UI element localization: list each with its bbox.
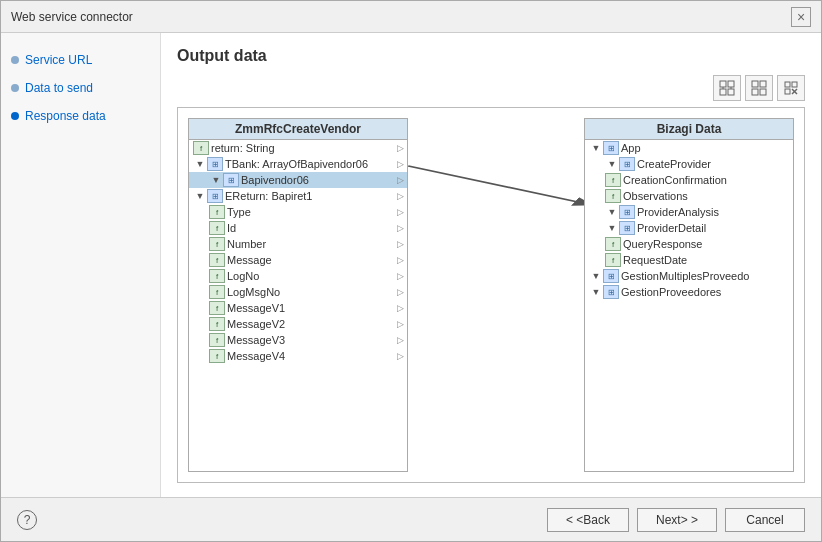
toolbar-btn-3[interactable] bbox=[777, 75, 805, 101]
expand-arrow: ▷ bbox=[397, 191, 407, 201]
field-icon: f bbox=[209, 333, 225, 347]
item-label: Number bbox=[227, 238, 266, 250]
tree-row[interactable]: ▼ ⊞ EReturn: Bapiret1 ▷ bbox=[189, 188, 407, 204]
sidebar-dot bbox=[11, 84, 19, 92]
title-bar: Web service connector × bbox=[1, 1, 821, 33]
expand-arrow: ▷ bbox=[397, 335, 407, 345]
toolbar-btn-2[interactable] bbox=[745, 75, 773, 101]
expand-arrow: ▷ bbox=[397, 159, 407, 169]
tree-row[interactable]: f Number ▷ bbox=[189, 236, 407, 252]
field-icon: f bbox=[209, 205, 225, 219]
svg-rect-2 bbox=[720, 89, 726, 95]
tree-row[interactable]: ▼ ⊞ GestionMultiplesProveedo bbox=[585, 268, 793, 284]
tree-row[interactable]: ▼ ⊞ ProviderAnalysis bbox=[585, 204, 793, 220]
field-icon: f bbox=[605, 237, 621, 251]
sidebar: Service URL Data to send Response data bbox=[1, 33, 161, 497]
svg-line-15 bbox=[408, 166, 584, 203]
field-icon: f bbox=[193, 141, 209, 155]
tree-row[interactable]: ▼ ⊞ CreateProvider bbox=[585, 156, 793, 172]
tree-row[interactable]: ▼ ⊞ GestionProveedores bbox=[585, 284, 793, 300]
field-icon: f bbox=[605, 253, 621, 267]
window-title: Web service connector bbox=[11, 10, 133, 24]
right-tree-panel: Bizagi Data ▼ ⊞ App ▼ ⊞ CreateProvider bbox=[584, 118, 794, 472]
svg-rect-12 bbox=[785, 89, 790, 94]
entity-icon: ⊞ bbox=[603, 285, 619, 299]
svg-rect-1 bbox=[728, 81, 734, 87]
field-icon: f bbox=[209, 349, 225, 363]
svg-rect-8 bbox=[752, 89, 758, 95]
toolbar-btn-1[interactable] bbox=[713, 75, 741, 101]
item-label: Observations bbox=[623, 190, 688, 202]
tree-row[interactable]: ▼ ⊞ TBank: ArrayOfBapivendor06 ▷ bbox=[189, 156, 407, 172]
expand-icon: ▼ bbox=[605, 205, 619, 219]
back-button[interactable]: < <Back bbox=[547, 508, 629, 532]
tree-row[interactable]: f LogMsgNo ▷ bbox=[189, 284, 407, 300]
tree-row[interactable]: f MessageV3 ▷ bbox=[189, 332, 407, 348]
field-icon: f bbox=[605, 173, 621, 187]
field-icon: f bbox=[209, 269, 225, 283]
entity-icon: ⊞ bbox=[223, 173, 239, 187]
expand-icon: ▼ bbox=[605, 157, 619, 171]
sidebar-label: Response data bbox=[25, 109, 106, 123]
expand-arrow: ▷ bbox=[397, 351, 407, 361]
item-label: GestionMultiplesProveedo bbox=[621, 270, 749, 282]
item-label: EReturn: Bapiret1 bbox=[225, 190, 312, 202]
item-label: MessageV3 bbox=[227, 334, 285, 346]
tree-row[interactable]: f CreationConfirmation bbox=[585, 172, 793, 188]
tree-row[interactable]: ▼ ⊞ App bbox=[585, 140, 793, 156]
content-area: Output data bbox=[161, 33, 821, 497]
help-button[interactable]: ? bbox=[17, 510, 37, 530]
entity-icon: ⊞ bbox=[619, 205, 635, 219]
item-label: LogMsgNo bbox=[227, 286, 280, 298]
expand-arrow: ▷ bbox=[397, 143, 407, 153]
entity-icon: ⊞ bbox=[603, 269, 619, 283]
field-icon: f bbox=[209, 237, 225, 251]
mapping-container: ZmmRfcCreateVendor f return: String ▷ ▼ … bbox=[188, 118, 794, 472]
item-label: App bbox=[621, 142, 641, 154]
tree-row[interactable]: f Message ▷ bbox=[189, 252, 407, 268]
main-content: Service URL Data to send Response data O… bbox=[1, 33, 821, 497]
item-label: ProviderDetail bbox=[637, 222, 706, 234]
cancel-button[interactable]: Cancel bbox=[725, 508, 805, 532]
tree-row[interactable]: f return: String ▷ bbox=[189, 140, 407, 156]
tree-row[interactable]: f MessageV1 ▷ bbox=[189, 300, 407, 316]
item-label: QueryResponse bbox=[623, 238, 703, 250]
field-icon: f bbox=[209, 221, 225, 235]
field-icon: f bbox=[605, 189, 621, 203]
expand-icon: ▼ bbox=[589, 285, 603, 299]
item-label: Type bbox=[227, 206, 251, 218]
expand-arrow: ▷ bbox=[397, 303, 407, 313]
tree-row[interactable]: f QueryResponse bbox=[585, 236, 793, 252]
expand-arrow: ▷ bbox=[397, 207, 407, 217]
next-button[interactable]: Next> > bbox=[637, 508, 717, 532]
left-panel-header: ZmmRfcCreateVendor bbox=[189, 119, 407, 140]
item-label: GestionProveedores bbox=[621, 286, 721, 298]
expand-icon: ▼ bbox=[193, 157, 207, 171]
entity-icon: ⊞ bbox=[619, 157, 635, 171]
sidebar-item-response-data[interactable]: Response data bbox=[11, 109, 150, 123]
close-button[interactable]: × bbox=[791, 7, 811, 27]
tree-row[interactable]: f RequestDate bbox=[585, 252, 793, 268]
sidebar-item-data-to-send[interactable]: Data to send bbox=[11, 81, 150, 95]
sidebar-item-service-url[interactable]: Service URL bbox=[11, 53, 150, 67]
mapping-area: ZmmRfcCreateVendor f return: String ▷ ▼ … bbox=[177, 107, 805, 483]
tree-row[interactable]: f Observations bbox=[585, 188, 793, 204]
field-icon: f bbox=[209, 301, 225, 315]
tree-row[interactable]: f MessageV2 ▷ bbox=[189, 316, 407, 332]
item-label: return: String bbox=[211, 142, 275, 154]
svg-rect-0 bbox=[720, 81, 726, 87]
tree-row[interactable]: ▼ ⊞ ProviderDetail bbox=[585, 220, 793, 236]
sidebar-dot bbox=[11, 112, 19, 120]
item-label: RequestDate bbox=[623, 254, 687, 266]
expand-icon: ▼ bbox=[589, 141, 603, 155]
item-label: TBank: ArrayOfBapivendor06 bbox=[225, 158, 368, 170]
tree-row[interactable]: f MessageV4 ▷ bbox=[189, 348, 407, 364]
page-title: Output data bbox=[177, 47, 805, 65]
field-icon: f bbox=[209, 253, 225, 267]
sidebar-label: Data to send bbox=[25, 81, 93, 95]
tree-row[interactable]: f Id ▷ bbox=[189, 220, 407, 236]
tree-row-selected[interactable]: ▼ ⊞ Bapivendor06 ▷ bbox=[189, 172, 407, 188]
tree-row[interactable]: f Type ▷ bbox=[189, 204, 407, 220]
tree-row[interactable]: f LogNo ▷ bbox=[189, 268, 407, 284]
navigation-buttons: < <Back Next> > Cancel bbox=[547, 508, 805, 532]
